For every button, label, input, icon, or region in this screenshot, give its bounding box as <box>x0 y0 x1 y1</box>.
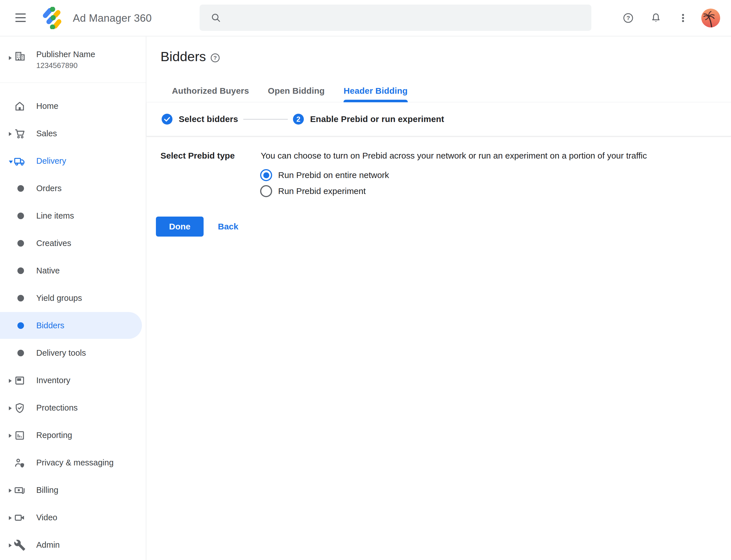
expand-arrow-icon[interactable] <box>9 406 12 411</box>
svg-text:?: ? <box>214 55 217 61</box>
publisher-account-switcher[interactable]: Publisher Name 1234567890 <box>0 37 146 83</box>
bar-chart-icon <box>14 429 26 441</box>
video-camera-icon <box>14 512 26 524</box>
sidebar-item-home[interactable]: Home <box>0 92 146 120</box>
sidebar-item-line-items[interactable]: Line items <box>0 202 146 229</box>
expand-arrow-icon[interactable] <box>9 56 12 60</box>
person-shield-icon <box>14 457 26 469</box>
tab-authorized-buyers[interactable]: Authorized Buyers <box>172 80 249 102</box>
shopping-cart-icon <box>14 128 26 140</box>
ad-manager-logo-icon[interactable] <box>42 7 62 29</box>
wrench-icon <box>14 539 26 551</box>
expand-arrow-icon[interactable] <box>9 516 12 520</box>
sidebar-item-orders[interactable]: Orders <box>0 175 146 202</box>
active-tab-indicator <box>344 100 408 102</box>
svg-text:?: ? <box>626 15 630 21</box>
step-2-number[interactable]: 2 <box>293 114 304 125</box>
sidebar-item-sales[interactable]: Sales <box>0 120 146 147</box>
money-icon <box>14 484 26 496</box>
shield-check-icon <box>14 402 26 414</box>
bullet-icon <box>17 213 24 219</box>
bullet-icon <box>17 240 24 247</box>
top-app-bar: Ad Manager 360 ? <box>0 0 731 36</box>
stepper: Select bidders 2 Enable Prebid or run ex… <box>147 102 731 136</box>
tab-open-bidding[interactable]: Open Bidding <box>268 80 325 102</box>
home-icon <box>14 100 26 112</box>
ad-unit-icon <box>14 375 26 387</box>
radio-run-prebid-experiment[interactable]: Run Prebid experiment <box>260 185 366 197</box>
sidebar-item-delivery-tools[interactable]: Delivery tools <box>0 339 146 367</box>
done-button[interactable]: Done <box>156 217 204 237</box>
radio-selected-icon[interactable] <box>260 169 272 181</box>
search-bar[interactable] <box>200 5 591 31</box>
sidebar-item-native[interactable]: Native <box>0 257 146 284</box>
notifications-bell-icon[interactable] <box>650 12 662 24</box>
sidebar-nav: Publisher Name 1234567890 Home Sales <box>0 37 146 560</box>
help-icon[interactable]: ? <box>622 12 634 24</box>
bullet-icon <box>17 267 24 274</box>
step-2-label: Enable Prebid or run experiment <box>310 114 444 124</box>
bullet-icon <box>17 350 24 356</box>
expand-arrow-icon[interactable] <box>9 488 12 493</box>
page-help-icon[interactable]: ? <box>210 53 221 63</box>
sidebar-item-bidders[interactable]: Bidders <box>0 312 146 339</box>
publisher-name: Publisher Name <box>36 50 95 59</box>
user-avatar[interactable] <box>701 9 720 27</box>
product-title: Ad Manager 360 <box>73 0 152 36</box>
main-content: Bidders ? Authorized Buyers Open Bidding… <box>147 37 731 560</box>
form-section-label: Select Prebid type <box>161 151 235 161</box>
step-connector <box>243 119 288 120</box>
sidebar-item-billing[interactable]: Billing <box>0 476 146 504</box>
expand-arrow-icon[interactable] <box>9 433 12 438</box>
radio-unselected-icon[interactable] <box>260 185 272 197</box>
search-icon <box>211 12 221 23</box>
bullet-icon <box>17 185 24 192</box>
step-1-label: Select bidders <box>179 114 238 124</box>
delivery-truck-icon <box>14 155 26 167</box>
bullet-icon <box>17 322 24 329</box>
form-description: You can choose to turn on Prebid across … <box>261 151 647 161</box>
radio-run-prebid-entire-network[interactable]: Run Prebid on entire network <box>260 169 389 181</box>
back-link[interactable]: Back <box>218 217 239 237</box>
menu-icon[interactable] <box>15 13 26 23</box>
step-1-completed-check-icon[interactable] <box>162 114 173 125</box>
collapse-arrow-icon[interactable] <box>9 160 13 164</box>
tab-header-bidding[interactable]: Header Bidding <box>344 80 408 102</box>
sidebar-item-privacy-messaging[interactable]: Privacy & messaging <box>0 449 146 476</box>
sidebar-item-video[interactable]: Video <box>0 504 146 531</box>
sidebar-item-inventory[interactable]: Inventory <box>0 367 146 394</box>
search-input[interactable] <box>229 13 583 23</box>
sidebar-item-creatives[interactable]: Creatives <box>0 229 146 257</box>
sidebar-item-delivery[interactable]: Delivery <box>0 147 146 175</box>
more-options-icon[interactable] <box>677 12 689 24</box>
sidebar-item-protections[interactable]: Protections <box>0 394 146 421</box>
publisher-building-icon <box>14 50 26 63</box>
bullet-icon <box>17 295 24 301</box>
page-title: Bidders <box>161 49 206 64</box>
sidebar-item-yield-groups[interactable]: Yield groups <box>0 284 146 312</box>
sidebar-item-reporting[interactable]: Reporting <box>0 421 146 449</box>
expand-arrow-icon[interactable] <box>9 132 12 136</box>
publisher-network-id: 1234567890 <box>36 61 78 70</box>
expand-arrow-icon[interactable] <box>9 543 12 548</box>
sidebar-item-admin[interactable]: Admin <box>0 531 146 559</box>
expand-arrow-icon[interactable] <box>9 379 12 383</box>
tab-bar: Authorized Buyers Open Bidding Header Bi… <box>147 68 731 102</box>
